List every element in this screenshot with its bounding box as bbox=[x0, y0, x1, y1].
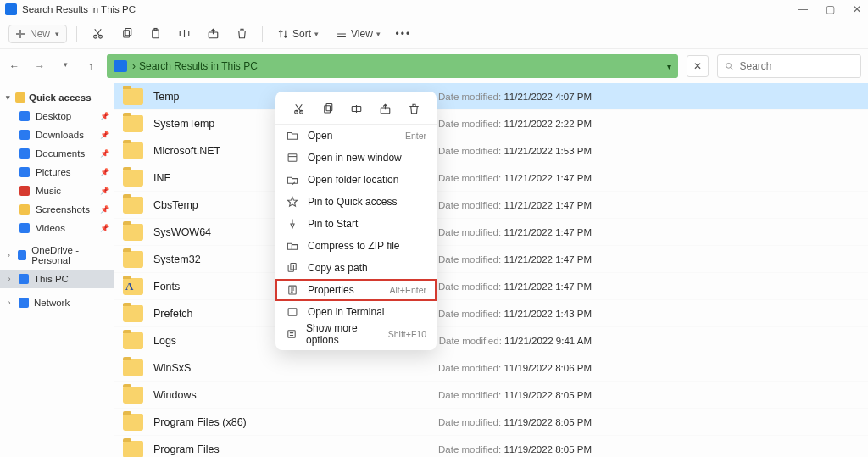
recent-locations-button[interactable]: ▾ bbox=[58, 60, 73, 72]
address-bar[interactable]: › Search Results in This PC ▾ bbox=[107, 54, 678, 78]
result-row[interactable]: SystemTemp Date modified: 11/21/2022 2:2… bbox=[114, 110, 868, 137]
result-row[interactable]: WinSxS Date modified: 11/19/2022 8:06 PM bbox=[114, 354, 868, 382]
ctx-item-copy-as-path[interactable]: Copy as path bbox=[275, 257, 437, 279]
star-icon bbox=[15, 92, 25, 103]
result-row[interactable]: Windows Date modified: 11/19/2022 8:05 P… bbox=[114, 382, 868, 409]
result-name: Windows bbox=[153, 389, 197, 401]
sidebar-network[interactable]: › Network bbox=[0, 293, 114, 312]
result-row[interactable]: Temp Date modified: 11/21/2022 4:07 PM bbox=[114, 83, 868, 110]
close-button[interactable]: ✕ bbox=[851, 3, 863, 15]
ctx-cut-button[interactable] bbox=[290, 100, 307, 117]
path-icon bbox=[286, 262, 299, 274]
pin-icon: 📌 bbox=[100, 168, 109, 176]
close-search-button[interactable]: ✕ bbox=[687, 55, 709, 77]
location-icon bbox=[114, 60, 127, 72]
result-row[interactable]: Prefetch Date modified: 11/21/2022 1:43 … bbox=[114, 300, 868, 327]
pin-icon: 📌 bbox=[100, 112, 109, 120]
result-date: Date modified: 11/21/2022 1:47 PM bbox=[438, 173, 863, 183]
ctx-item-label: Pin to Start bbox=[308, 218, 358, 230]
result-name: System32 bbox=[153, 254, 201, 265]
ctx-item-open-folder-location[interactable]: Open folder location bbox=[275, 169, 437, 191]
sidebar-item-videos[interactable]: Videos📌 bbox=[0, 219, 114, 237]
folder-icon bbox=[19, 130, 30, 140]
cut-button[interactable] bbox=[86, 23, 108, 45]
search-input[interactable] bbox=[740, 60, 854, 72]
rename-button[interactable] bbox=[173, 23, 195, 45]
window-icon bbox=[286, 152, 299, 164]
zip-icon bbox=[286, 240, 299, 252]
folder-icon bbox=[123, 305, 143, 322]
result-row[interactable]: Fonts Date modified: 11/21/2022 1:47 PM bbox=[114, 273, 868, 300]
folder-icon bbox=[123, 88, 143, 105]
result-date: Date modified: 11/21/2022 4:07 PM bbox=[438, 92, 863, 102]
sidebar-item-screenshots[interactable]: Screenshots📌 bbox=[0, 200, 114, 219]
sidebar-onedrive[interactable]: › OneDrive - Personal bbox=[0, 246, 114, 265]
ctx-rename-button[interactable] bbox=[348, 100, 364, 117]
chevron-down-icon[interactable]: ▾ bbox=[667, 62, 671, 71]
view-button[interactable]: View ▾ bbox=[331, 25, 386, 42]
ctx-delete-button[interactable] bbox=[405, 100, 422, 117]
chevron-down-icon: ▾ bbox=[55, 30, 59, 38]
address-text: Search Results in This PC bbox=[139, 60, 258, 72]
ctx-item-open[interactable]: Open Enter bbox=[275, 125, 437, 147]
ctx-item-properties[interactable]: Properties Alt+Enter bbox=[275, 279, 437, 301]
plus-icon bbox=[16, 30, 25, 38]
result-date: Date modified: 11/19/2022 8:05 PM bbox=[438, 390, 863, 400]
folder-icon bbox=[19, 204, 30, 215]
ctx-item-label: Open in new window bbox=[308, 152, 402, 164]
sidebar-quick-access[interactable]: ▾ Quick access bbox=[0, 88, 114, 107]
app-icon bbox=[5, 3, 17, 15]
folder-icon bbox=[123, 278, 143, 295]
ctx-share-button[interactable] bbox=[376, 100, 393, 117]
search-icon bbox=[725, 61, 735, 72]
chevron-down-icon: ▾ bbox=[376, 30, 381, 38]
result-row[interactable]: Logs Date modified: 11/21/2022 9:41 AM bbox=[114, 327, 868, 354]
paste-button[interactable] bbox=[144, 23, 166, 45]
result-date: Date modified: 11/21/2022 2:22 PM bbox=[438, 119, 863, 129]
more-button[interactable]: ••• bbox=[392, 23, 415, 45]
result-row[interactable]: SysWOW64 Date modified: 11/21/2022 1:47 … bbox=[114, 219, 868, 246]
result-name: Microsoft.NET bbox=[153, 145, 220, 157]
command-bar: New ▾ Sort ▾ View ▾ ••• bbox=[0, 19, 868, 49]
back-button[interactable]: ← bbox=[7, 60, 22, 72]
star-icon bbox=[286, 196, 299, 208]
new-button[interactable]: New ▾ bbox=[8, 25, 67, 43]
maximize-button[interactable]: ▢ bbox=[824, 3, 836, 15]
minimize-button[interactable]: — bbox=[797, 3, 809, 15]
sidebar-this-pc[interactable]: › This PC bbox=[0, 270, 114, 288]
folder-icon bbox=[123, 414, 143, 431]
forward-button[interactable]: → bbox=[32, 60, 47, 72]
ctx-shortcut: Shift+F10 bbox=[388, 329, 426, 339]
pc-icon bbox=[19, 274, 29, 284]
sidebar-item-pictures[interactable]: Pictures📌 bbox=[0, 163, 114, 181]
ctx-copy-button[interactable] bbox=[319, 100, 336, 117]
search-box[interactable] bbox=[717, 54, 861, 78]
context-menu: Open Enter Open in new window Open folde… bbox=[275, 92, 437, 350]
result-row[interactable]: System32 Date modified: 11/21/2022 1:47 … bbox=[114, 246, 868, 273]
result-row[interactable]: CbsTemp Date modified: 11/21/2022 1:47 P… bbox=[114, 192, 868, 219]
ctx-item-pin-to-start[interactable]: Pin to Start bbox=[275, 213, 437, 235]
folder-icon bbox=[19, 223, 30, 233]
titlebar: Search Results in This PC — ▢ ✕ bbox=[0, 0, 868, 19]
sidebar-item-downloads[interactable]: Downloads📌 bbox=[0, 125, 114, 144]
pin-icon: 📌 bbox=[100, 187, 109, 195]
result-row[interactable]: Program Files (x86) Date modified: 11/19… bbox=[114, 409, 868, 436]
result-name: Program Files (x86) bbox=[153, 416, 247, 428]
sort-button[interactable]: Sort ▾ bbox=[272, 25, 324, 42]
result-row[interactable]: INF Date modified: 11/21/2022 1:47 PM bbox=[114, 164, 868, 192]
result-row[interactable]: Program Files Date modified: 11/19/2022 … bbox=[114, 436, 868, 457]
ctx-item-open-in-new-window[interactable]: Open in new window bbox=[275, 147, 437, 169]
sidebar-item-documents[interactable]: Documents📌 bbox=[0, 144, 114, 163]
ctx-item-show-more-options[interactable]: Show more options Shift+F10 bbox=[275, 323, 437, 345]
sidebar-item-music[interactable]: Music📌 bbox=[0, 181, 114, 200]
result-row[interactable]: Microsoft.NET Date modified: 11/21/2022 … bbox=[114, 137, 868, 164]
ctx-item-compress-to-zip-file[interactable]: Compress to ZIP file bbox=[275, 235, 437, 257]
sidebar-item-desktop[interactable]: Desktop📌 bbox=[0, 107, 114, 125]
copy-button[interactable] bbox=[115, 23, 137, 45]
ctx-item-open-in-terminal[interactable]: Open in Terminal bbox=[275, 301, 437, 323]
delete-button[interactable] bbox=[231, 23, 253, 45]
result-date: Date modified: 11/21/2022 9:41 AM bbox=[439, 336, 863, 346]
up-button[interactable]: ↑ bbox=[83, 60, 98, 72]
share-button[interactable] bbox=[202, 23, 224, 45]
ctx-item-pin-to-quick-access[interactable]: Pin to Quick access bbox=[275, 191, 437, 213]
